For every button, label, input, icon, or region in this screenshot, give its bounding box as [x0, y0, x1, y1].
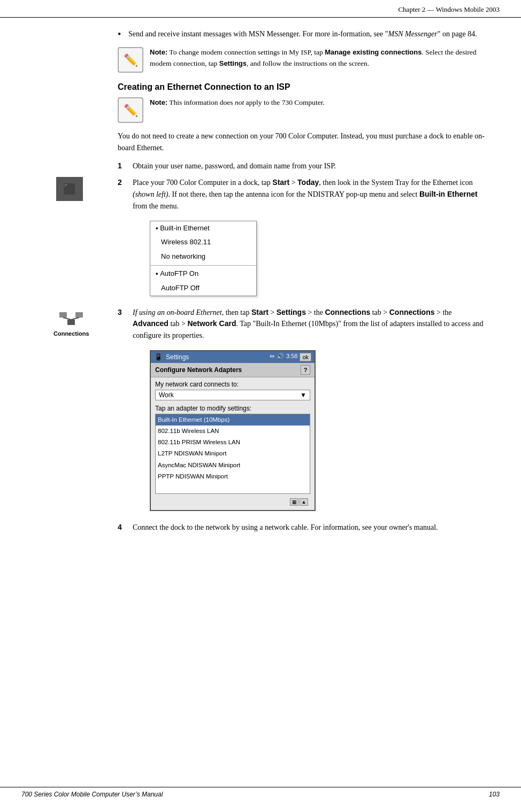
- footer-right: 103: [489, 791, 500, 798]
- note-text-1: Note: To change modem connection setting…: [150, 47, 489, 73]
- note-label-2: Note:: [150, 98, 167, 106]
- settings-listbox: Built-In Ethernet (10Mbps) 802.11b Wirel…: [155, 414, 310, 494]
- settings-content: My network card connects to: Work ▼ Tap …: [151, 377, 315, 510]
- note-text-2: Note: This information does not apply to…: [150, 97, 489, 123]
- section-heading: Creating an Ethernet Connection to an IS…: [118, 82, 489, 92]
- note-label-1: Note:: [150, 48, 167, 56]
- menu-item-autoftp-off: AutoFTP Off: [150, 281, 256, 296]
- step3-bold-settings: Settings: [277, 308, 306, 316]
- note-icon-1: ✏️: [118, 47, 143, 73]
- header-title: Windows Mobile 2003: [436, 5, 500, 13]
- settings-header-bar: Configure Network Adapters ?: [151, 363, 315, 377]
- menu-item-no-networking: No networking: [150, 250, 256, 264]
- note-bold-manage: Manage existing connections: [325, 48, 422, 56]
- note-italic-not: not: [235, 98, 244, 106]
- ethernet-icon-area: ⬛: [56, 177, 83, 201]
- settings-volume-icon: 🔊: [277, 353, 284, 361]
- step-4-text: Connect the dock to the network by using…: [133, 522, 438, 533]
- step-3-text: If using an on-board Ethernet, then tap …: [133, 307, 489, 342]
- step-2: 2 Place your 700 Color Computer in a doc…: [118, 177, 489, 212]
- menu-item-autoftp-on: AutoFTP On: [150, 267, 256, 281]
- connections-icon-area: Connections: [53, 307, 89, 337]
- menu-divider: [150, 265, 256, 266]
- step3-bold-connections-tab: Connections: [325, 308, 370, 316]
- settings-label-1: My network card connects to:: [155, 381, 310, 388]
- settings-help-button[interactable]: ?: [301, 365, 310, 375]
- settings-list-item-5[interactable]: AsyncMac NDISWAN Miniport: [156, 460, 310, 471]
- settings-dropdown-value: Work: [159, 391, 174, 399]
- settings-dropdown[interactable]: Work ▼: [155, 390, 310, 400]
- note-bold-settings: Settings: [219, 59, 247, 67]
- step3-bold-start: Start: [251, 308, 269, 316]
- note-box-2: ✏️ Note: This information does not apply…: [118, 97, 489, 123]
- svg-line-4: [71, 318, 79, 320]
- page-header: Chapter 2 — Windows Mobile 2003: [0, 0, 521, 18]
- settings-list-item-4[interactable]: L2TP NDISWAN Miniport: [156, 448, 310, 459]
- step3-italic: If using an on-board Ethernet,: [133, 308, 224, 316]
- settings-ok-button[interactable]: ok: [300, 353, 311, 361]
- step2-italic-shown: (shown left): [133, 190, 168, 198]
- step-1-num: 1: [118, 160, 127, 172]
- connections-icon: [57, 307, 85, 330]
- bullet-item-1: • Send and receive instant messages with…: [118, 28, 489, 41]
- note-icon-2: ✏️: [118, 97, 143, 123]
- settings-body: My network card connects to: Work ▼ Tap …: [151, 377, 315, 510]
- step-2-text: Place your 700 Color Computer in a dock,…: [133, 177, 489, 212]
- bullet-text-1: Send and receive instant messages with M…: [128, 28, 477, 41]
- header-separator: —: [427, 5, 434, 13]
- settings-label-2: Tap an adapter to modify settings:: [155, 405, 310, 412]
- settings-list-item-2[interactable]: 802.11b Wireless LAN: [156, 426, 310, 437]
- page-footer: 700 Series Color Mobile Computer User’s …: [0, 787, 521, 801]
- menu-item-builtin-ethernet: Built-in Ethernet: [150, 221, 256, 236]
- settings-list-item-1[interactable]: Built-In Ethernet (10Mbps): [156, 414, 310, 426]
- settings-configure-label: Configure Network Adapters: [155, 366, 242, 374]
- intro-paragraph: You do not need to create a new connecti…: [118, 130, 489, 153]
- settings-scrollbar: ▦ ▲: [155, 497, 310, 507]
- settings-title: Settings: [166, 353, 189, 361]
- note-box-1: ✏️ Note: To change modem connection sett…: [118, 47, 489, 73]
- footer-left: 700 Series Color Mobile Computer User’s …: [21, 791, 163, 798]
- settings-scroll-grid-btn[interactable]: ▦: [290, 498, 298, 506]
- svg-rect-2: [67, 320, 75, 325]
- step-3-wrap: Connections 3 If using an on-board Ether…: [118, 307, 489, 342]
- settings-titlebar-icons: ⇔ 🔊 3:58 ok: [270, 353, 311, 361]
- bullet-dot-1: •: [118, 28, 128, 41]
- step2-bold-builtin: Built-in Ethernet: [419, 190, 478, 198]
- step-4: 4 Connect the dock to the network by usi…: [118, 522, 489, 533]
- svg-rect-1: [75, 312, 83, 318]
- connections-svg: [58, 308, 84, 329]
- menu-popup: Built-in Ethernet Wireless 802.11 No net…: [150, 221, 257, 296]
- step-2-wrap: ⬛ 2 Place your 700 Color Computer in a d…: [118, 177, 489, 212]
- svg-line-3: [63, 318, 71, 320]
- chapter-num: 2: [422, 5, 426, 13]
- settings-phone-icon: 📱: [154, 353, 163, 361]
- italic-msn: MSN Messenger: [388, 30, 438, 38]
- header-text: Chapter 2 — Windows Mobile 2003: [398, 5, 500, 14]
- settings-clock-icon: ⇔: [270, 353, 274, 361]
- step-3-num: 3: [118, 307, 127, 342]
- step-1-text: Obtain your user name, password, and dom…: [133, 160, 336, 172]
- step3-bold-connections: Connections: [389, 308, 435, 316]
- step-3: 3 If using an on-board Ethernet, then ta…: [118, 307, 489, 342]
- settings-scroll-up-btn[interactable]: ▲: [300, 498, 308, 506]
- settings-list-item-6[interactable]: PPTP NDISWAN Miniport: [156, 471, 310, 482]
- connections-label: Connections: [53, 330, 89, 337]
- settings-list-item-3[interactable]: 802.11b PRISM Wireless LAN: [156, 437, 310, 448]
- settings-titlebar-left: 📱 Settings: [154, 353, 189, 361]
- settings-titlebar: 📱 Settings ⇔ 🔊 3:58 ok: [151, 351, 315, 363]
- main-content: • Send and receive instant messages with…: [0, 18, 521, 570]
- step2-bold-start: Start: [272, 178, 289, 187]
- step3-bold-networkcard: Network Card: [187, 319, 236, 328]
- step-2-num: 2: [118, 177, 127, 212]
- settings-screenshot: 📱 Settings ⇔ 🔊 3:58 ok Configure Network…: [150, 350, 316, 511]
- svg-rect-0: [59, 312, 67, 318]
- chapter-label: Chapter: [398, 5, 420, 13]
- step-4-num: 4: [118, 522, 127, 533]
- settings-time: 3:58: [286, 353, 297, 361]
- settings-dropdown-arrow: ▼: [300, 391, 307, 399]
- ethernet-icon: ⬛: [56, 177, 83, 201]
- step2-bold-today: Today: [297, 178, 319, 187]
- step3-bold-advanced: Advanced: [133, 319, 168, 328]
- menu-item-wireless: Wireless 802.11: [150, 235, 256, 250]
- step-1: 1 Obtain your user name, password, and d…: [118, 160, 489, 172]
